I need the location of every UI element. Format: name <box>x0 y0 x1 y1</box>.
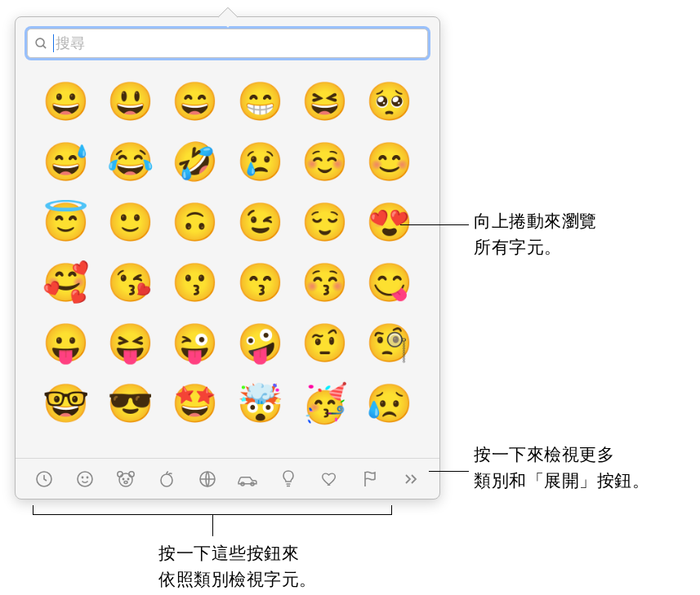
emoji-grid: 😀😃😄😁😆🥺😅😂🤣😢☺️😊😇🙂🙃😉😌😍🥰😘😗😙😚😋😛😝😜🤪🤨🧐🤓😎🤩🤯🥳😥 <box>16 66 439 458</box>
svg-point-6 <box>119 473 132 486</box>
emoji-cell[interactable]: 🤨 <box>300 318 349 367</box>
svg-point-10 <box>127 478 128 479</box>
food-icon[interactable] <box>149 464 184 495</box>
animals-icon[interactable] <box>109 464 143 495</box>
emoji-cell[interactable]: 😢 <box>235 137 284 186</box>
annotation-text: 依照類別檢視字元。 <box>158 566 317 593</box>
emoji-cell[interactable]: 🥺 <box>364 77 413 126</box>
svg-point-11 <box>124 481 127 483</box>
emoji-cell[interactable]: 😗 <box>171 258 220 307</box>
emoji-cell[interactable]: 😅 <box>42 137 91 186</box>
emoji-cell[interactable]: 😎 <box>106 379 155 428</box>
emoji-cell[interactable]: 😜 <box>171 318 220 367</box>
emoji-cell[interactable]: 🤯 <box>235 379 284 428</box>
text-cursor <box>53 34 54 52</box>
character-viewer-panel: 😀😃😄😁😆🥺😅😂🤣😢☺️😊😇🙂🙃😉😌😍🥰😘😗😙😚😋😛😝😜🤪🤨🧐🤓😎🤩🤯🥳😥 <box>15 16 440 500</box>
objects-icon[interactable] <box>271 464 305 495</box>
emoji-cell[interactable]: 😄 <box>171 77 220 126</box>
emoji-cell[interactable]: 😀 <box>42 77 91 126</box>
flags-icon[interactable] <box>353 464 387 495</box>
annotation-text: 所有字元。 <box>474 234 597 260</box>
emoji-cell[interactable]: 😆 <box>300 77 349 126</box>
emoji-cell[interactable]: 😂 <box>106 137 155 186</box>
svg-point-3 <box>78 472 92 486</box>
emoji-cell[interactable]: 😃 <box>106 77 155 126</box>
svg-point-0 <box>36 38 44 47</box>
leader-line <box>212 515 213 536</box>
emoji-cell[interactable]: 🙂 <box>106 198 155 246</box>
emoji-cell[interactable]: 🤩 <box>171 379 220 428</box>
search-field[interactable] <box>27 29 428 58</box>
more-icon[interactable] <box>394 464 428 495</box>
annotation-scroll: 向上捲動來瀏覽 所有字元。 <box>474 208 597 260</box>
leader-line <box>429 471 469 472</box>
emoji-cell[interactable]: 😝 <box>106 318 155 367</box>
symbols-icon[interactable] <box>312 464 346 495</box>
emoji-cell[interactable]: 🤓 <box>42 379 91 428</box>
recent-icon[interactable] <box>27 464 61 495</box>
emoji-cell[interactable]: 🙃 <box>171 198 220 246</box>
annotation-text: 向上捲動來瀏覽 <box>474 208 597 234</box>
smiley-icon[interactable] <box>68 464 102 495</box>
emoji-cell[interactable]: 🤣 <box>171 137 220 186</box>
annotation-text: 按一下來檢視更多 <box>474 442 649 468</box>
svg-line-1 <box>43 45 47 48</box>
emoji-cell[interactable]: 😇 <box>42 198 91 246</box>
emoji-cell[interactable]: 😙 <box>235 258 284 307</box>
emoji-cell[interactable]: 😉 <box>235 198 284 246</box>
category-bar <box>16 458 439 499</box>
svg-point-4 <box>82 477 82 477</box>
emoji-cell[interactable]: 🥰 <box>42 258 91 307</box>
search-input[interactable] <box>56 35 421 52</box>
emoji-cell[interactable]: 🤪 <box>235 318 284 367</box>
svg-point-5 <box>87 477 87 477</box>
emoji-cell[interactable]: 😛 <box>42 318 91 367</box>
emoji-cell[interactable]: 🥳 <box>300 379 349 428</box>
bracket <box>33 505 392 515</box>
annotation-categories: 按一下這些按鈕來 依照類別檢視字元。 <box>158 540 317 592</box>
annotation-text: 類別和「展開」按鈕。 <box>474 468 649 494</box>
emoji-cell[interactable]: 😍 <box>364 198 413 246</box>
emoji-cell[interactable]: 😊 <box>364 137 413 186</box>
travel-icon[interactable] <box>230 464 265 495</box>
emoji-cell[interactable]: ☺️ <box>300 137 349 186</box>
emoji-cell[interactable]: 😋 <box>364 258 413 307</box>
emoji-cell[interactable]: 😘 <box>106 258 155 307</box>
emoji-cell[interactable]: 😁 <box>235 77 284 126</box>
annotation-text: 按一下這些按鈕來 <box>158 540 317 566</box>
search-icon <box>34 37 48 51</box>
activity-icon[interactable] <box>190 464 225 495</box>
emoji-cell[interactable]: 🧐 <box>364 318 413 367</box>
emoji-cell[interactable]: 😚 <box>300 258 349 307</box>
annotation-more: 按一下來檢視更多 類別和「展開」按鈕。 <box>474 442 649 493</box>
svg-point-9 <box>123 478 123 479</box>
emoji-cell[interactable]: 😌 <box>300 198 349 246</box>
leader-line <box>400 224 469 225</box>
emoji-cell[interactable]: 😥 <box>364 379 413 428</box>
